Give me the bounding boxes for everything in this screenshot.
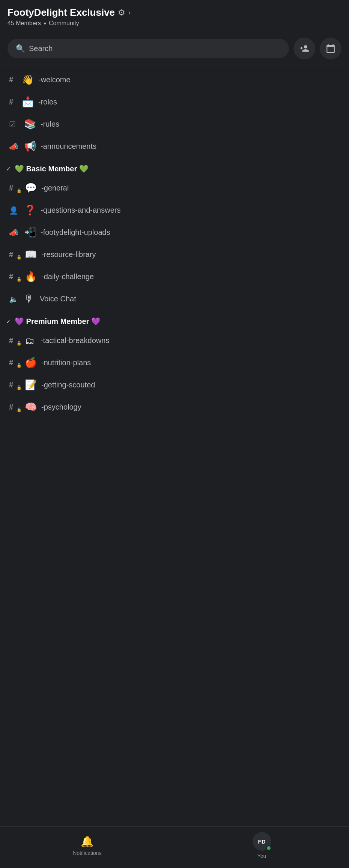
channel-nutrition[interactable]: # 🔒 🍎 -nutrition-plans: [0, 352, 349, 374]
channel-name: -footydelight-uploads: [41, 228, 110, 237]
category-label: 💚 Basic Member 💚: [15, 164, 89, 173]
search-bar[interactable]: 🔍 Search: [8, 39, 289, 58]
channel-emoji: 📢: [24, 141, 36, 152]
channel-list: # 👋 -welcome # 📩 -roles ☑ 📚 -rules 📣 📢 -…: [0, 65, 349, 422]
hash-icon: #: [9, 98, 17, 106]
community-label: Community: [49, 20, 79, 27]
channel-general[interactable]: # 🔒 💬 -general: [0, 177, 349, 199]
channel-uploads[interactable]: 📣 📲 -footydelight-uploads: [0, 221, 349, 243]
channel-library[interactable]: # 🔒 📖 -resource-library: [0, 243, 349, 266]
bell-icon: 🔔: [81, 835, 94, 848]
channel-name: -rules: [41, 120, 59, 129]
avatar: FD: [253, 832, 271, 851]
nav-you[interactable]: FD You: [174, 832, 349, 859]
announce-icon: 📣: [9, 142, 20, 151]
channel-name: -getting-scouted: [41, 381, 95, 389]
channel-emoji: 🍎: [25, 357, 37, 369]
category-basic-member[interactable]: ✓ 💚 Basic Member 💚: [0, 157, 349, 177]
channel-rules[interactable]: ☑ 📚 -rules: [0, 113, 349, 135]
channel-roles[interactable]: # 📩 -roles: [0, 91, 349, 113]
search-icon: 🔍: [16, 44, 25, 53]
channel-challenge[interactable]: # 🔒 🔥 -daily-challenge: [0, 266, 349, 288]
channel-emoji: 📝: [25, 379, 37, 391]
nav-notifications[interactable]: 🔔 Notifications: [0, 835, 174, 856]
voice-lock-icon: 🔈: [9, 295, 20, 304]
channel-emoji: 🗂: [25, 335, 36, 346]
channel-name: -general: [41, 184, 69, 192]
hash-lock-icon: # 🔒: [9, 403, 20, 411]
channel-psychology[interactable]: # 🔒 🧠 -psychology: [0, 396, 349, 418]
channel-emoji: ❓: [24, 204, 36, 216]
hash-lock-icon: # 🔒: [9, 250, 20, 259]
server-title: FootyDelight Exclusive: [8, 7, 115, 18]
channel-voice[interactable]: 🔈 🎙 Voice Chat: [0, 288, 349, 310]
channel-emoji: 🎙: [24, 293, 35, 305]
category-chevron-icon: ✓: [6, 165, 11, 172]
hash-lock-icon: # 🔒: [9, 381, 20, 389]
dot-separator: [44, 23, 46, 24]
online-badge: [266, 845, 271, 851]
channel-emoji: 🧠: [25, 401, 37, 413]
channel-welcome[interactable]: # 👋 -welcome: [0, 69, 349, 91]
channel-name: -announcements: [41, 142, 96, 151]
search-label: Search: [29, 44, 53, 53]
channel-name: -daily-challenge: [41, 272, 94, 281]
category-chevron-icon: ✓: [6, 318, 11, 325]
channel-emoji: 👋: [22, 74, 34, 86]
you-label: You: [257, 853, 266, 859]
channel-emoji: 📩: [22, 96, 34, 108]
members-count: 45 Members: [8, 20, 41, 27]
calendar-button[interactable]: [320, 38, 341, 59]
channel-emoji: 📚: [24, 118, 36, 130]
channel-emoji: 🔥: [25, 271, 37, 283]
user-lock-icon: 👤: [9, 206, 20, 215]
channel-name: Voice Chat: [40, 295, 76, 303]
channel-name: -roles: [38, 98, 57, 106]
channel-name: -tactical-breakdowns: [41, 336, 109, 345]
gear-icon[interactable]: ⚙: [118, 8, 125, 18]
hash-lock-icon: # 🔒: [9, 272, 20, 281]
channel-qa[interactable]: 👤 ❓ -questions-and-answers: [0, 199, 349, 221]
search-row: 🔍 Search: [0, 32, 349, 65]
server-header: FootyDelight Exclusive ⚙ › 45 Members Co…: [0, 0, 349, 32]
add-member-button[interactable]: [293, 38, 315, 59]
bottom-navigation: 🔔 Notifications FD You: [0, 826, 349, 868]
channel-name: -questions-and-answers: [41, 206, 120, 215]
channel-name: -welcome: [38, 76, 71, 84]
category-label: 💜 Premium Member 💜: [15, 317, 101, 326]
channel-scouted[interactable]: # 🔒 📝 -getting-scouted: [0, 374, 349, 396]
category-premium-member[interactable]: ✓ 💜 Premium Member 💜: [0, 310, 349, 330]
hash-lock-icon: # 🔒: [9, 358, 20, 367]
channel-emoji: 💬: [25, 182, 37, 194]
channel-name: -nutrition-plans: [41, 358, 91, 367]
announce-lock-icon: 📣: [9, 228, 20, 237]
channel-emoji: 📖: [25, 249, 37, 260]
notifications-label: Notifications: [73, 850, 101, 856]
hash-icon: #: [9, 76, 17, 84]
channel-emoji: 📲: [24, 227, 36, 238]
server-meta: 45 Members Community: [8, 20, 341, 27]
channel-tactical[interactable]: # 🔒 🗂 -tactical-breakdowns: [0, 330, 349, 352]
channel-announcements[interactable]: 📣 📢 -announcements: [0, 135, 349, 157]
chevron-icon[interactable]: ›: [128, 9, 131, 17]
avatar-initials: FD: [258, 838, 266, 845]
channel-name: -psychology: [41, 403, 81, 411]
rules-icon: ☑: [9, 120, 20, 129]
channel-name: -resource-library: [41, 250, 96, 259]
hash-lock-icon: # 🔒: [9, 184, 20, 192]
hash-lock-icon: # 🔒: [9, 336, 20, 345]
